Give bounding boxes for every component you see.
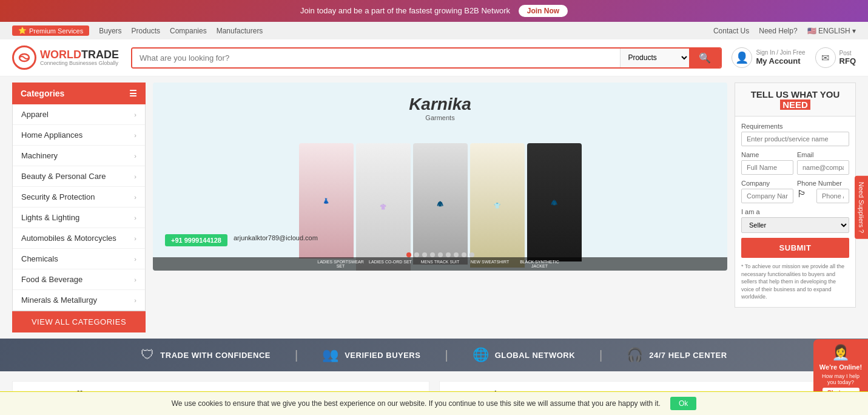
- dot-8[interactable]: [462, 252, 466, 257]
- divider-3: |: [599, 348, 602, 362]
- cookie-text: We use cookies to ensure that we give yo…: [172, 399, 661, 408]
- dot-4[interactable]: [430, 252, 435, 257]
- requirements-label: Requirements: [741, 123, 849, 130]
- sidebar-item-minerals[interactable]: Minerals & Metallurgy ›: [13, 290, 145, 311]
- hero-product-images: 👗 👚 🧥 👕 🧥: [153, 143, 727, 271]
- dot-9[interactable]: [469, 252, 474, 257]
- feature-buyers-label: VERIFIED BUYERS: [345, 351, 420, 360]
- chevron-right-icon: ›: [134, 152, 136, 160]
- premium-services-button[interactable]: ⭐ Premium Services: [12, 25, 89, 36]
- account-text: Sign In / Join Free My Account: [756, 49, 805, 67]
- hero-brand: Karnika Garments: [409, 95, 471, 121]
- shield-icon: 🛡: [141, 347, 154, 363]
- feature-help: 🎧 24/7 HELP CENTER: [627, 347, 727, 363]
- rfq-panel: TELL US WHAT YOU NEED Requirements Name …: [735, 83, 856, 332]
- divider-1: |: [295, 348, 298, 362]
- agent-icon: 👩‍💼: [832, 344, 850, 361]
- chevron-right-icon: ›: [134, 235, 136, 242]
- chevron-right-icon: ›: [134, 255, 136, 263]
- dot-3[interactable]: [422, 252, 427, 257]
- brand-logo-text: Karnika: [409, 95, 471, 114]
- nav-companies[interactable]: Companies: [170, 27, 207, 35]
- nav-manufacturers[interactable]: Manufacturers: [217, 27, 263, 35]
- iam-label: I am a: [741, 208, 849, 215]
- rfq-form: Requirements Name Email Company Ph: [735, 116, 856, 308]
- rfq-tell-us: TELL US WHAT YOU NEED: [751, 89, 840, 110]
- email-input[interactable]: [797, 160, 849, 175]
- dot-6[interactable]: [446, 252, 451, 257]
- join-now-button[interactable]: Join Now: [519, 5, 568, 17]
- search-button[interactable]: 🔍: [689, 49, 721, 67]
- sidebar-item-beauty[interactable]: Beauty & Personal Care ›: [13, 166, 145, 187]
- brand-tagline: Garments: [409, 114, 471, 121]
- search-input[interactable]: [132, 49, 620, 67]
- hero-img-3: 🧥: [413, 143, 468, 265]
- account-section[interactable]: 👤 Sign In / Join Free My Account: [732, 47, 805, 68]
- sidebar-item-chemicals[interactable]: Chemicals ›: [13, 249, 145, 269]
- rfq-text: Post RFQ: [839, 50, 856, 66]
- sidebar-item-home-appliances[interactable]: Home Appliances ›: [13, 125, 145, 146]
- center-content: Karnika Garments 👗 👚 🧥 👕 🧥 LADIES SPORTS…: [153, 83, 727, 332]
- company-phone-row: Company Phone Number 🏳: [741, 180, 849, 208]
- hero-img-2: 👚: [356, 143, 411, 271]
- nav-buyers[interactable]: Buyers: [99, 27, 121, 35]
- sidebar-categories: Apparel › Home Appliances › Machinery › …: [12, 104, 146, 311]
- star-icon: ⭐: [18, 27, 27, 35]
- divider-2: |: [445, 348, 448, 362]
- chevron-right-icon: ›: [134, 214, 136, 221]
- header: WORLDWORLDTRADETRADE Connecting Business…: [0, 39, 868, 76]
- sidebar-item-lights[interactable]: Lights & Lighting ›: [13, 208, 145, 228]
- chevron-right-icon: ›: [134, 297, 136, 304]
- chevron-right-icon: ›: [134, 132, 136, 139]
- dot-5[interactable]: [438, 252, 443, 257]
- name-email-row: Name Email: [741, 151, 849, 180]
- sidebar-header: Categories ☰: [12, 83, 146, 104]
- headset-icon: 🎧: [627, 347, 643, 363]
- post-rfq-section[interactable]: ✉ Post RFQ: [815, 47, 856, 68]
- hero-slider: Karnika Garments 👗 👚 🧥 👕 🧥 LADIES SPORTS…: [153, 83, 727, 271]
- company-input[interactable]: [741, 189, 793, 203]
- sidebar-item-food[interactable]: Food & Beverage ›: [13, 269, 145, 290]
- menu-icon: ☰: [129, 89, 137, 98]
- name-input[interactable]: [741, 160, 793, 175]
- rfq-note: * To achieve our mission we provide all …: [741, 263, 849, 301]
- feature-trade-label: TRADE WITH CONFIDENCE: [160, 351, 271, 360]
- rfq-icon: ✉: [815, 47, 836, 68]
- iam-select[interactable]: Seller Buyer: [741, 217, 849, 233]
- sidebar-item-apparel[interactable]: Apparel ›: [13, 104, 145, 125]
- navbar-right-links: Contact Us Need Help? 🇺🇸 ENGLISH ▾: [713, 27, 856, 35]
- we-online-text: We're Online!: [819, 363, 862, 371]
- nav-products[interactable]: Products: [132, 27, 160, 35]
- need-suppliers-button[interactable]: Need Suppliers ?: [855, 176, 868, 239]
- hero-contact: +91 9999144128 arjunkalktor789@icloud.co…: [165, 234, 318, 246]
- need-help-link[interactable]: Need Help?: [759, 27, 797, 35]
- sidebar-item-automobiles[interactable]: Automobiles & Motorcycles ›: [13, 228, 145, 249]
- requirements-input[interactable]: [741, 132, 849, 146]
- contact-us-link[interactable]: Contact Us: [713, 27, 749, 35]
- dot-2[interactable]: [414, 252, 419, 257]
- hero-phone-button[interactable]: +91 9999144128: [165, 234, 227, 246]
- caption-3: NEW SWEATSHIRT: [466, 260, 514, 268]
- main-content: Categories ☰ Apparel › Home Appliances ›…: [0, 76, 868, 339]
- language-selector[interactable]: 🇺🇸 ENGLISH ▾: [807, 27, 856, 35]
- slider-dots: [406, 252, 474, 257]
- feature-network: 🌐 GLOBAL NETWORK: [473, 347, 575, 363]
- phone-input[interactable]: [816, 189, 849, 203]
- sidebar-item-machinery[interactable]: Machinery ›: [13, 146, 145, 166]
- sidebar-item-security[interactable]: Security & Protection ›: [13, 187, 145, 208]
- feature-trade: 🛡 TRADE WITH CONFIDENCE: [141, 347, 271, 363]
- account-icon: 👤: [732, 47, 752, 68]
- view-all-categories-button[interactable]: VIEW ALL CATEGORIES: [12, 311, 146, 332]
- hero-img-4: 👕: [470, 143, 525, 268]
- dot-1[interactable]: [406, 252, 411, 257]
- cookie-ok-button[interactable]: Ok: [670, 397, 696, 410]
- chevron-right-icon: ›: [134, 276, 136, 283]
- dot-7[interactable]: [454, 252, 459, 257]
- banner-text: Join today and be a part of the fastest …: [300, 6, 510, 15]
- feature-buyers: 👥 VERIFIED BUYERS: [322, 347, 420, 363]
- search-category-select[interactable]: Products Companies Manufacturers: [620, 49, 689, 67]
- logo[interactable]: WORLDWORLDTRADETRADE Connecting Business…: [12, 46, 121, 70]
- company-label: Company: [741, 180, 793, 187]
- caption-4: BLACK SYNTHETIC JACKET: [516, 260, 564, 268]
- submit-button[interactable]: SUBMIT: [741, 238, 849, 258]
